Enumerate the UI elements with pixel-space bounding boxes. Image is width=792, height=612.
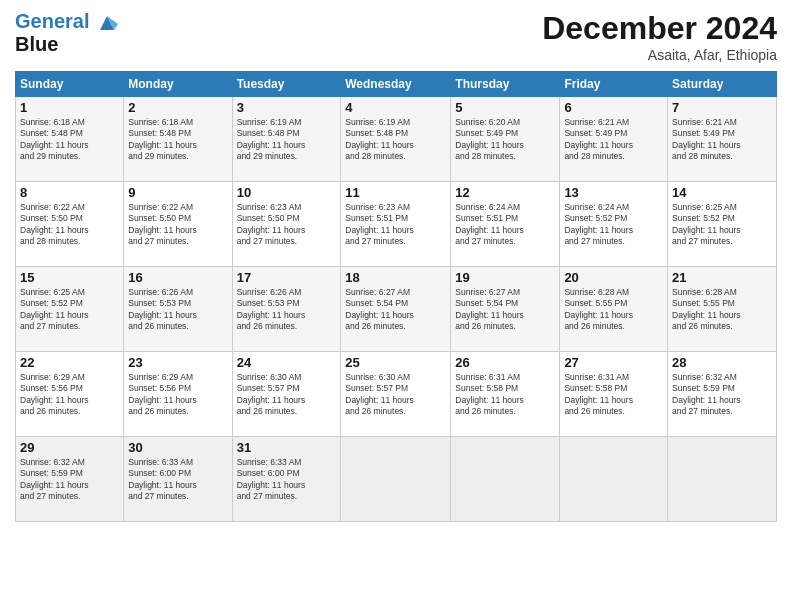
day-number: 4 [345,100,446,115]
day-number: 22 [20,355,119,370]
month-title: December 2024 [542,10,777,47]
column-header-tuesday: Tuesday [232,72,341,97]
header: General Blue December 2024 Asaita, Afar,… [15,10,777,63]
calendar-cell: 2Sunrise: 6:18 AMSunset: 5:48 PMDaylight… [124,97,232,182]
day-info: Sunrise: 6:30 AMSunset: 5:57 PMDaylight:… [345,372,446,418]
day-info: Sunrise: 6:31 AMSunset: 5:58 PMDaylight:… [455,372,555,418]
day-number: 9 [128,185,227,200]
calendar-cell: 3Sunrise: 6:19 AMSunset: 5:48 PMDaylight… [232,97,341,182]
logo-bottom: Blue [15,34,120,54]
day-info: Sunrise: 6:21 AMSunset: 5:49 PMDaylight:… [672,117,772,163]
calendar-week-row: 29Sunrise: 6:32 AMSunset: 5:59 PMDayligh… [16,437,777,522]
day-number: 18 [345,270,446,285]
day-info: Sunrise: 6:19 AMSunset: 5:48 PMDaylight:… [237,117,337,163]
calendar-cell: 18Sunrise: 6:27 AMSunset: 5:54 PMDayligh… [341,267,451,352]
day-info: Sunrise: 6:24 AMSunset: 5:51 PMDaylight:… [455,202,555,248]
calendar-cell: 22Sunrise: 6:29 AMSunset: 5:56 PMDayligh… [16,352,124,437]
day-info: Sunrise: 6:33 AMSunset: 6:00 PMDaylight:… [128,457,227,503]
day-info: Sunrise: 6:27 AMSunset: 5:54 PMDaylight:… [455,287,555,333]
day-info: Sunrise: 6:25 AMSunset: 5:52 PMDaylight:… [20,287,119,333]
column-header-friday: Friday [560,72,668,97]
day-number: 12 [455,185,555,200]
day-number: 23 [128,355,227,370]
calendar-cell: 20Sunrise: 6:28 AMSunset: 5:55 PMDayligh… [560,267,668,352]
day-info: Sunrise: 6:19 AMSunset: 5:48 PMDaylight:… [345,117,446,163]
day-info: Sunrise: 6:23 AMSunset: 5:51 PMDaylight:… [345,202,446,248]
calendar-cell: 5Sunrise: 6:20 AMSunset: 5:49 PMDaylight… [451,97,560,182]
day-number: 21 [672,270,772,285]
column-header-sunday: Sunday [16,72,124,97]
day-info: Sunrise: 6:28 AMSunset: 5:55 PMDaylight:… [564,287,663,333]
day-info: Sunrise: 6:32 AMSunset: 5:59 PMDaylight:… [20,457,119,503]
calendar-cell: 23Sunrise: 6:29 AMSunset: 5:56 PMDayligh… [124,352,232,437]
day-number: 16 [128,270,227,285]
calendar-cell: 8Sunrise: 6:22 AMSunset: 5:50 PMDaylight… [16,182,124,267]
day-number: 3 [237,100,337,115]
logo-text: General [15,10,118,34]
calendar-cell: 30Sunrise: 6:33 AMSunset: 6:00 PMDayligh… [124,437,232,522]
logo: General Blue [15,10,120,54]
column-header-wednesday: Wednesday [341,72,451,97]
calendar-cell: 19Sunrise: 6:27 AMSunset: 5:54 PMDayligh… [451,267,560,352]
day-info: Sunrise: 6:29 AMSunset: 5:56 PMDaylight:… [128,372,227,418]
day-info: Sunrise: 6:22 AMSunset: 5:50 PMDaylight:… [128,202,227,248]
calendar-cell: 27Sunrise: 6:31 AMSunset: 5:58 PMDayligh… [560,352,668,437]
day-number: 28 [672,355,772,370]
calendar-cell [341,437,451,522]
calendar-cell: 15Sunrise: 6:25 AMSunset: 5:52 PMDayligh… [16,267,124,352]
day-info: Sunrise: 6:25 AMSunset: 5:52 PMDaylight:… [672,202,772,248]
day-info: Sunrise: 6:21 AMSunset: 5:49 PMDaylight:… [564,117,663,163]
day-number: 7 [672,100,772,115]
calendar-cell: 26Sunrise: 6:31 AMSunset: 5:58 PMDayligh… [451,352,560,437]
location: Asaita, Afar, Ethiopia [542,47,777,63]
day-number: 8 [20,185,119,200]
day-number: 19 [455,270,555,285]
calendar-cell [560,437,668,522]
calendar-cell: 11Sunrise: 6:23 AMSunset: 5:51 PMDayligh… [341,182,451,267]
calendar-cell: 24Sunrise: 6:30 AMSunset: 5:57 PMDayligh… [232,352,341,437]
calendar-cell: 21Sunrise: 6:28 AMSunset: 5:55 PMDayligh… [668,267,777,352]
day-info: Sunrise: 6:18 AMSunset: 5:48 PMDaylight:… [20,117,119,163]
day-number: 24 [237,355,337,370]
calendar-cell: 28Sunrise: 6:32 AMSunset: 5:59 PMDayligh… [668,352,777,437]
day-number: 14 [672,185,772,200]
calendar-cell: 10Sunrise: 6:23 AMSunset: 5:50 PMDayligh… [232,182,341,267]
column-header-thursday: Thursday [451,72,560,97]
day-info: Sunrise: 6:31 AMSunset: 5:58 PMDaylight:… [564,372,663,418]
calendar-week-row: 15Sunrise: 6:25 AMSunset: 5:52 PMDayligh… [16,267,777,352]
calendar-table: SundayMondayTuesdayWednesdayThursdayFrid… [15,71,777,522]
day-number: 11 [345,185,446,200]
calendar-cell: 9Sunrise: 6:22 AMSunset: 5:50 PMDaylight… [124,182,232,267]
calendar-cell: 14Sunrise: 6:25 AMSunset: 5:52 PMDayligh… [668,182,777,267]
day-number: 29 [20,440,119,455]
calendar-cell: 4Sunrise: 6:19 AMSunset: 5:48 PMDaylight… [341,97,451,182]
title-block: December 2024 Asaita, Afar, Ethiopia [542,10,777,63]
day-info: Sunrise: 6:22 AMSunset: 5:50 PMDaylight:… [20,202,119,248]
day-number: 2 [128,100,227,115]
day-number: 13 [564,185,663,200]
day-info: Sunrise: 6:33 AMSunset: 6:00 PMDaylight:… [237,457,337,503]
day-info: Sunrise: 6:18 AMSunset: 5:48 PMDaylight:… [128,117,227,163]
day-info: Sunrise: 6:23 AMSunset: 5:50 PMDaylight:… [237,202,337,248]
column-header-saturday: Saturday [668,72,777,97]
day-number: 27 [564,355,663,370]
calendar-cell: 1Sunrise: 6:18 AMSunset: 5:48 PMDaylight… [16,97,124,182]
day-info: Sunrise: 6:24 AMSunset: 5:52 PMDaylight:… [564,202,663,248]
day-number: 17 [237,270,337,285]
day-number: 15 [20,270,119,285]
day-number: 25 [345,355,446,370]
day-number: 20 [564,270,663,285]
calendar-header-row: SundayMondayTuesdayWednesdayThursdayFrid… [16,72,777,97]
calendar-cell: 6Sunrise: 6:21 AMSunset: 5:49 PMDaylight… [560,97,668,182]
calendar-cell: 17Sunrise: 6:26 AMSunset: 5:53 PMDayligh… [232,267,341,352]
logo-general: General [15,10,89,32]
calendar-cell [451,437,560,522]
day-number: 10 [237,185,337,200]
day-number: 30 [128,440,227,455]
calendar-cell: 25Sunrise: 6:30 AMSunset: 5:57 PMDayligh… [341,352,451,437]
day-info: Sunrise: 6:32 AMSunset: 5:59 PMDaylight:… [672,372,772,418]
day-info: Sunrise: 6:20 AMSunset: 5:49 PMDaylight:… [455,117,555,163]
calendar-cell: 16Sunrise: 6:26 AMSunset: 5:53 PMDayligh… [124,267,232,352]
calendar-cell: 31Sunrise: 6:33 AMSunset: 6:00 PMDayligh… [232,437,341,522]
page: General Blue December 2024 Asaita, Afar,… [0,0,792,612]
